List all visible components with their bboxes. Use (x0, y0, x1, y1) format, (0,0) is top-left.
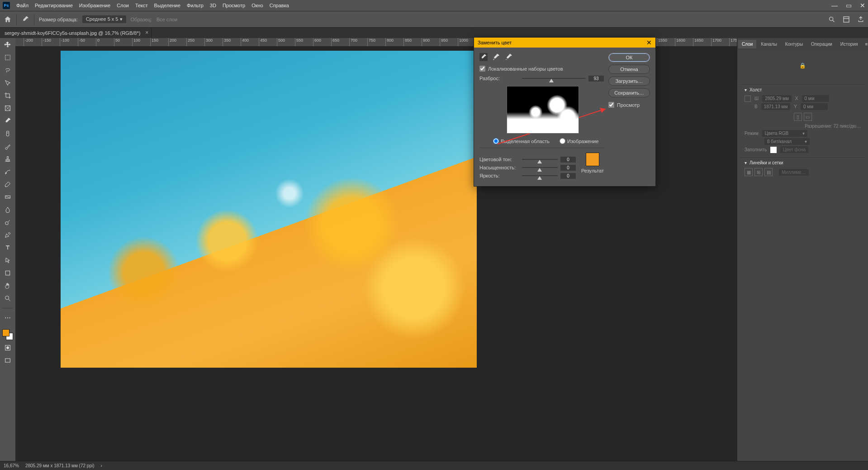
document-canvas[interactable] (61, 51, 477, 368)
eyedropper-minus-icon[interactable]: − (505, 53, 513, 61)
color-swatches[interactable] (2, 329, 13, 340)
status-chevron-icon[interactable]: › (101, 463, 102, 468)
menu-image[interactable]: Изображение (79, 3, 110, 8)
selection-preview[interactable] (507, 86, 579, 134)
edit-toolbar-icon[interactable]: ⋯ (3, 313, 13, 323)
lightness-value[interactable]: 0 (560, 173, 576, 179)
panel-menu-icon[interactable]: ≡ (863, 40, 868, 48)
canvas-section: ▾Холст Ш2805.29 мм X0 мм В1871.13 мм Y0 … (740, 84, 865, 157)
quick-select-tool[interactable] (3, 78, 13, 88)
maximize-icon[interactable]: ▭ (846, 2, 852, 9)
zoom-tool[interactable] (3, 293, 13, 303)
tab-channels[interactable]: Каналы (757, 40, 781, 48)
brush-tool[interactable] (3, 141, 13, 151)
dialog-close-icon[interactable]: ✕ (646, 39, 652, 46)
gradient-tool[interactable] (3, 192, 13, 202)
link-icon[interactable] (745, 96, 751, 102)
hue-slider[interactable] (522, 156, 558, 163)
blur-tool[interactable] (3, 205, 13, 215)
marquee-tool[interactable] (3, 53, 13, 62)
result-color-swatch[interactable] (586, 153, 599, 166)
color-mode-dropdown[interactable]: Цвета RGB▾ (762, 130, 807, 137)
foreground-swatch[interactable] (2, 329, 9, 336)
type-tool[interactable] (3, 243, 13, 253)
home-icon[interactable] (4, 15, 12, 24)
mask-mode-icon[interactable] (3, 343, 13, 353)
hand-tool[interactable] (3, 281, 13, 291)
preview-checkbox[interactable] (608, 102, 614, 108)
tab-layers[interactable]: Слои (738, 40, 756, 48)
fuzziness-slider[interactable] (522, 75, 586, 82)
eyedropper-icon[interactable] (479, 53, 488, 61)
fuzziness-value[interactable]: 93 (588, 76, 604, 82)
ok-button[interactable]: ОК (608, 53, 650, 62)
menu-select[interactable]: Выделение (154, 3, 180, 8)
chevron-down-icon[interactable]: ▾ (745, 87, 747, 92)
menu-edit[interactable]: Редактирование (35, 3, 73, 8)
width-field[interactable]: 2805.29 мм (762, 95, 792, 102)
shape-tool[interactable] (3, 268, 13, 278)
dialog-titlebar[interactable]: Заменить цвет ✕ (474, 38, 655, 48)
stamp-tool[interactable] (3, 154, 13, 164)
x-field[interactable]: 0 мм (802, 95, 829, 102)
cancel-button[interactable]: Отмена (608, 65, 650, 74)
eyedropper-tool[interactable] (3, 116, 13, 126)
saturation-value[interactable]: 0 (560, 165, 576, 171)
share-icon[interactable] (857, 16, 864, 23)
tab-history[interactable]: История (837, 40, 862, 48)
saturation-slider[interactable] (522, 164, 558, 171)
pen-tool[interactable] (3, 230, 13, 240)
path-select-tool[interactable] (3, 255, 13, 265)
guides-icon[interactable]: ▤ (764, 168, 773, 176)
tab-close-icon[interactable]: × (145, 29, 148, 36)
tab-paths[interactable]: Контуры (782, 40, 806, 48)
menu-layers[interactable]: Слои (117, 3, 129, 8)
ruler-icon[interactable]: ▦ (745, 168, 753, 176)
load-button[interactable]: Загрузить… (608, 77, 650, 86)
menu-window[interactable]: Окно (251, 3, 263, 8)
lasso-tool[interactable] (3, 65, 13, 75)
radio-selection[interactable]: Выделенная область (493, 138, 550, 144)
menu-view[interactable]: Просмотр (223, 3, 245, 8)
minimize-icon[interactable]: — (831, 2, 838, 9)
history-brush-tool[interactable] (3, 167, 13, 177)
menu-help[interactable]: Справка (270, 3, 289, 8)
chevron-down-icon[interactable]: ▾ (745, 160, 747, 165)
preview-checkbox-row[interactable]: Просмотр (608, 102, 650, 108)
zoom-level[interactable]: 16,67% (4, 463, 19, 468)
y-field[interactable]: 0 мм (801, 103, 828, 110)
hue-value[interactable]: 0 (560, 157, 576, 163)
move-tool[interactable] (3, 40, 13, 50)
screen-mode-icon[interactable] (3, 355, 13, 365)
height-field[interactable]: 1871.13 мм (761, 103, 791, 110)
eraser-tool[interactable] (3, 179, 13, 189)
healing-tool[interactable] (3, 129, 13, 139)
menu-filter[interactable]: Фильтр (187, 3, 204, 8)
workspace-icon[interactable] (843, 16, 850, 23)
document-tab[interactable]: sergey-shmidt-koy6FICCy5s-unsplash.jpg @… (0, 28, 152, 38)
dodge-tool[interactable] (3, 217, 13, 227)
menu-3d[interactable]: 3D (210, 3, 216, 8)
crop-tool[interactable] (3, 91, 13, 101)
fill-dropdown[interactable]: Цвет фона (780, 146, 808, 153)
units-dropdown[interactable]: Миллиме… (779, 169, 809, 176)
frame-tool[interactable] (3, 103, 13, 113)
orientation-landscape-icon[interactable]: ▭ (804, 113, 812, 121)
radio-image[interactable]: Изображение (560, 138, 598, 144)
save-button[interactable]: Сохранить… (608, 88, 650, 97)
localized-checkbox[interactable] (479, 66, 485, 72)
lightness-slider[interactable] (522, 173, 558, 179)
grid-icon[interactable]: ⊞ (754, 168, 763, 176)
close-icon[interactable]: ✕ (860, 2, 865, 9)
menu-text[interactable]: Текст (135, 3, 148, 8)
tab-actions[interactable]: Операции (807, 40, 836, 48)
menu-file[interactable]: Файл (16, 3, 28, 8)
bit-depth-dropdown[interactable]: 8 бит/канал▾ (764, 138, 810, 145)
orientation-portrait-icon[interactable]: ▯ (794, 113, 802, 121)
search-icon[interactable] (828, 16, 835, 23)
eyedropper-icon[interactable] (21, 15, 29, 24)
brush-size-dropdown[interactable]: Среднее 5 x 5 ▾ (82, 15, 126, 23)
hue-label: Цветовой тон: (479, 157, 519, 162)
fill-swatch[interactable] (770, 147, 777, 153)
eyedropper-plus-icon[interactable]: + (492, 53, 500, 61)
